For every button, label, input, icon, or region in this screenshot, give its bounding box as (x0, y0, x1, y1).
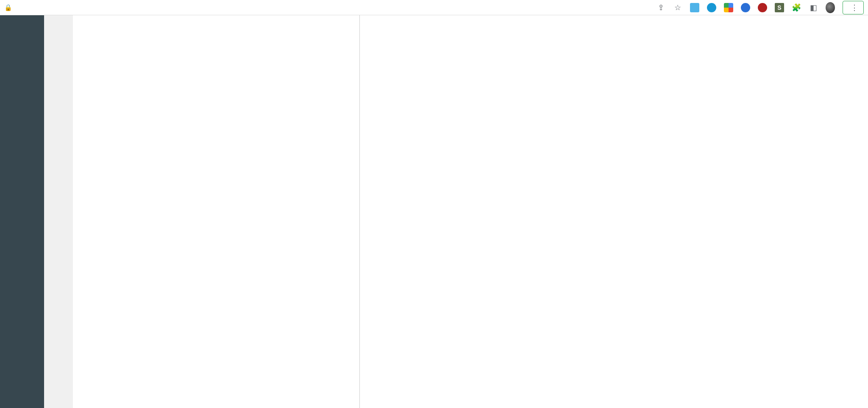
extensions-puzzle-icon[interactable]: 🧩 (792, 3, 801, 12)
extension-ublock-icon[interactable] (758, 3, 767, 12)
avatar-icon[interactable] (826, 3, 835, 12)
code-content[interactable] (73, 15, 359, 408)
toolbar-icons: ⇪ ☆ S 🧩 ◧ ⋮ (656, 1, 864, 14)
star-icon[interactable]: ☆ (673, 3, 682, 12)
extension-s-icon[interactable]: S (775, 3, 784, 12)
preview-pane (360, 15, 868, 408)
sidebar (0, 15, 44, 408)
extension-blue-icon[interactable] (741, 3, 750, 12)
update-button[interactable]: ⋮ (843, 1, 864, 14)
lock-icon: 🔒 (4, 4, 12, 11)
menu-dots-icon[interactable]: ⋮ (851, 3, 858, 12)
flowchart-svg (360, 15, 868, 408)
code-editor[interactable] (44, 15, 360, 408)
line-number-gutter (53, 15, 73, 408)
extension-google-icon[interactable] (724, 3, 733, 12)
info-gutter (44, 15, 53, 408)
extension-circle-icon[interactable] (707, 3, 716, 12)
sidepanel-icon[interactable]: ◧ (809, 3, 818, 12)
main-layout (0, 15, 868, 408)
browser-toolbar: 🔒 ⇪ ☆ S 🧩 ◧ ⋮ (0, 0, 868, 15)
extension-mountain-icon[interactable] (690, 3, 699, 12)
share-icon[interactable]: ⇪ (656, 3, 665, 12)
